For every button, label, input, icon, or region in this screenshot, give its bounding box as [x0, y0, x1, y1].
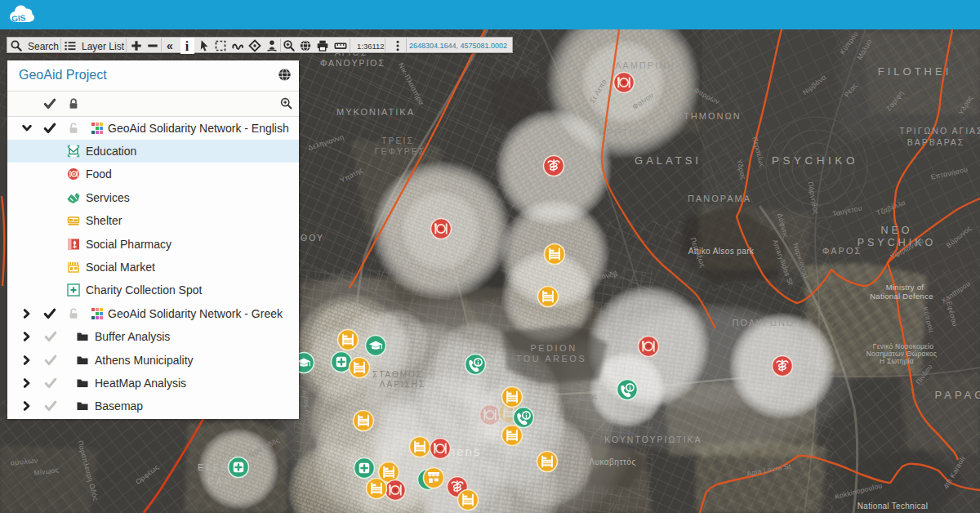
svg-text:Ministry of: Ministry of [886, 283, 924, 292]
svg-text:ΠΑΝΟΡΑΜΑ: ΠΑΝΟΡΑΜΑ [688, 194, 751, 203]
svg-text:ΓΕΦΥΡΕΣ: ΓΕΦΥΡΕΣ [375, 146, 425, 156]
svg-text:CAM: CAM [207, 476, 234, 486]
svg-text:ΤΡΙΓΩΝΟ ΑΓΙΑΣ: ΤΡΙΓΩΝΟ ΑΓΙΑΣ [899, 126, 980, 136]
svg-text:PSYCHIKO: PSYCHIKO [772, 154, 858, 167]
svg-text:ΦΑΝΟΥΡΙΟΣ: ΦΑΝΟΥΡΙΟΣ [320, 58, 385, 68]
svg-text:ΚΡΗΤΙΚΑ: ΚΡΗΤΙΚΑ [599, 127, 648, 137]
svg-text:National Technical: National Technical [858, 502, 928, 511]
svg-text:GALATSI: GALATSI [635, 154, 702, 167]
svg-text:ΝΕΟ: ΝΕΟ [880, 225, 912, 236]
svg-text:National Defence: National Defence [870, 292, 933, 301]
svg-text:ΜΥΚΟΝΙΑΤΙΚΑ: ΜΥΚΟΝΙΑΤΙΚΑ [336, 107, 415, 117]
svg-text:FILOTHEI: FILOTHEI [878, 65, 952, 78]
svg-text:ΚΟΥΝΤΟΥΡΙΩΤΙΚΑ: ΚΟΥΝΤΟΥΡΙΩΤΙΚΑ [604, 435, 702, 444]
svg-text:ΛΑΜΠΡΙΝΗ: ΛΑΜΠΡΙΝΗ [615, 60, 675, 70]
svg-text:Η Σωτηρία: Η Σωτηρία [880, 357, 914, 365]
svg-text:Λυκαβηττός: Λυκαβηττός [589, 457, 635, 466]
svg-text:ELEO: ELEO [198, 462, 230, 472]
svg-text:ΒΑΡΒΑΡΑΣ: ΒΑΡΒΑΡΑΣ [907, 137, 965, 147]
svg-text:ΛΑΡΙΣΗΣ: ΛΑΡΙΣΗΣ [380, 380, 425, 389]
svg-text:ΤΡΕΙΣ: ΤΡΕΙΣ [381, 136, 414, 145]
svg-text:ΑΚΤΗΜΟΝΩΝ: ΑΚΤΗΜΟΝΩΝ [668, 111, 741, 121]
svg-text:ΣΤΑΘΜΟΣ: ΣΤΑΘΜΟΣ [372, 370, 423, 379]
svg-text:ΠΟΛΥΓΩΝΟ: ΠΟΛΥΓΩΝΟ [733, 318, 795, 328]
svg-text:PAPAGO: PAPAGO [935, 389, 980, 401]
svg-text:PEDION: PEDION [530, 343, 577, 353]
svg-text:ΦΑΡΟΣ: ΦΑΡΟΣ [822, 246, 862, 256]
svg-text:GIS: GIS [11, 13, 27, 24]
svg-text:TOU AREOS: TOU AREOS [516, 354, 586, 364]
